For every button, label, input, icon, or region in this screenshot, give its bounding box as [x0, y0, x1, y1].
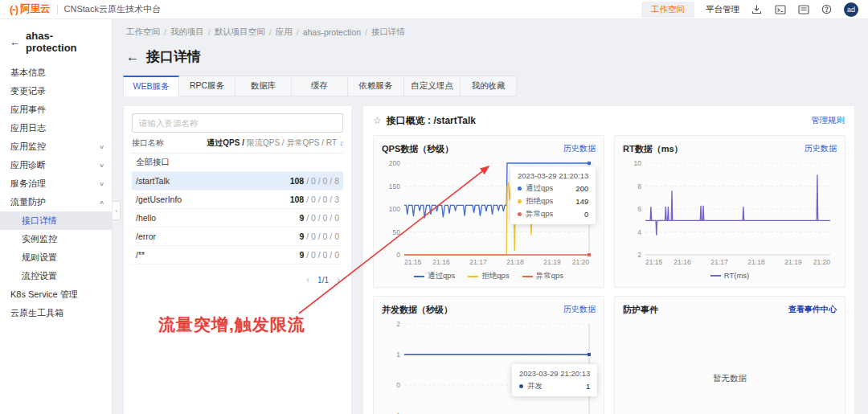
concurrency-chart-tooltip: 2023-03-29 21:20:13 并发1: [512, 364, 597, 396]
resource-list-panel: 接口名称 通过QPS / 限流QPS / 异常QPS / RT ↓↑ 全部接口 …: [123, 105, 352, 414]
sidebar-item-app-logs[interactable]: 应用日志: [0, 119, 112, 137]
avatar[interactable]: ad: [844, 2, 858, 17]
tab-rpc-service[interactable]: RPC服务: [179, 76, 235, 96]
svg-text:21:19: 21:19: [784, 258, 802, 266]
legend-item[interactable]: 通过qps: [414, 271, 455, 281]
svg-text:2: 2: [396, 320, 400, 328]
sidebar-item-service-governance[interactable]: 服务治理∨: [0, 174, 112, 193]
sidebar-item-cloud-toolbox[interactable]: 云原生工具箱: [0, 304, 112, 322]
svg-text:200: 200: [389, 159, 400, 167]
total-pages: 1: [324, 276, 329, 285]
download-icon[interactable]: [751, 4, 763, 15]
tab-web-service[interactable]: WEB服务: [123, 76, 179, 96]
manage-rules-link[interactable]: 管理规则: [811, 115, 845, 126]
breadcrumb-item[interactable]: 默认项目空间: [215, 27, 265, 38]
sort-icon[interactable]: ↓↑: [339, 139, 343, 147]
breadcrumb-item[interactable]: 应用: [276, 27, 293, 38]
concurrency-chart-card: 并发数据（秒级） 历史数据 -101221:1521:1621:1721:182…: [373, 296, 604, 414]
alibaba-cloud-logo-text: 阿里云: [20, 2, 51, 16]
empty-state-text: 暂无数据: [615, 373, 845, 384]
breadcrumb: 工作空间/ 我的项目/ 默认项目空间/ 应用/ ahas-protection/…: [123, 27, 855, 38]
rt-chart-card: RT数据（ms） 历史数据 24681021:1521:1621:1721:18…: [614, 135, 845, 288]
rt-history-link[interactable]: 历史数据: [805, 143, 837, 154]
event-center-link[interactable]: 查看事件中心: [788, 304, 837, 315]
sidebar-item-app-monitor[interactable]: 应用监控∨: [0, 137, 112, 156]
rt-chart-legend: RT(ms): [623, 271, 837, 280]
sidebar-item-traffic-protection[interactable]: 流量防护∧: [0, 193, 112, 211]
list-item[interactable]: /startTalk 108 / 0 / 0 / 8: [132, 172, 343, 191]
tab-database[interactable]: 数据库: [235, 76, 292, 96]
prev-page-icon[interactable]: ‹: [306, 274, 309, 285]
chevron-down-icon: ∨: [99, 181, 104, 187]
platform-manage-button[interactable]: 平台管理: [706, 4, 739, 15]
qps-history-link[interactable]: 历史数据: [563, 143, 596, 154]
page-title: 接口详情: [146, 47, 201, 66]
legend-item[interactable]: 拒绝qps: [468, 271, 509, 281]
svg-text:2: 2: [637, 251, 641, 259]
pagination: ‹ 1/1 ›: [132, 274, 343, 285]
sidebar-item-app-diagnosis[interactable]: 应用诊断∨: [0, 156, 112, 174]
tab-favorites[interactable]: 我的收藏: [461, 76, 517, 96]
tab-dependency[interactable]: 依赖服务: [348, 76, 404, 96]
qps-chart-tooltip: 2023-03-29 21:20:13 通过qps200 拒绝qps149 异常…: [510, 166, 596, 224]
sidebar-item-interface-detail[interactable]: 接口详情: [0, 211, 112, 230]
svg-text:0: 0: [396, 381, 400, 389]
sidebar-item-app-events[interactable]: 应用事件: [0, 100, 112, 119]
qps-chart-card: QPS数据（秒级） 历史数据 05010015020021:1521:1621:…: [373, 135, 604, 288]
list-item[interactable]: /hello 9 / 0 / 0 / 0: [132, 209, 343, 227]
svg-text:100: 100: [389, 205, 400, 213]
svg-text:21:16: 21:16: [674, 258, 691, 266]
events-card-title: 防护事件: [623, 304, 658, 316]
list-item[interactable]: /error 9 / 0 / 0 / 0: [132, 227, 343, 246]
legend-item[interactable]: 异常qps: [522, 271, 563, 281]
qps-chart-title: QPS数据（秒级）: [382, 143, 453, 155]
search-input[interactable]: [132, 113, 343, 133]
back-arrow-icon[interactable]: ←: [126, 50, 139, 64]
chevron-down-icon: ∨: [99, 162, 104, 169]
concurrency-chart-title: 并发数据（秒级）: [382, 304, 452, 316]
back-arrow-icon[interactable]: ←: [10, 36, 20, 48]
svg-text:21:18: 21:18: [747, 258, 765, 266]
chevron-down-icon: ∨: [99, 144, 104, 150]
workspace-button[interactable]: 工作空间: [641, 2, 694, 18]
app-name: ahas-protection: [26, 30, 102, 54]
next-page-icon[interactable]: ›: [337, 274, 340, 285]
breadcrumb-item[interactable]: 工作空间: [126, 27, 160, 38]
help-icon[interactable]: [821, 4, 833, 15]
list-item[interactable]: /getUserInfo 108 / 0 / 0 / 3: [132, 191, 343, 209]
alibaba-cloud-logo-icon: (-): [10, 3, 18, 15]
legend-item[interactable]: RT(ms): [710, 271, 749, 280]
sidebar-item-change-log[interactable]: 变更记录: [0, 82, 112, 100]
breadcrumb-item[interactable]: ahas-protection: [303, 27, 361, 37]
protection-events-card: 防护事件 查看事件中心 暂无数据: [614, 296, 845, 414]
list-item-all-interfaces[interactable]: 全部接口: [132, 154, 343, 172]
svg-text:6: 6: [637, 205, 641, 213]
tab-custom-tracking[interactable]: 自定义埋点: [404, 76, 461, 96]
docs-icon[interactable]: [797, 4, 809, 15]
svg-text:0: 0: [396, 251, 400, 259]
svg-text:21:15: 21:15: [645, 258, 663, 266]
list-item[interactable]: /** 9 / 0 / 0 / 0: [132, 246, 343, 264]
svg-text:150: 150: [389, 182, 400, 191]
sidebar-item-basic-info[interactable]: 基本信息: [0, 64, 112, 82]
svg-text:50: 50: [393, 228, 401, 236]
breadcrumb-item-current: 接口详情: [371, 27, 405, 38]
sidebar-item-k8s-service[interactable]: K8s Service 管理: [0, 285, 112, 304]
svg-text:21:16: 21:16: [432, 258, 450, 266]
sidebar-item-flow-settings[interactable]: 流控设置: [0, 267, 112, 285]
sidebar-item-rule-settings[interactable]: 规则设置: [0, 248, 112, 267]
console-icon[interactable]: [774, 4, 786, 15]
svg-text:10: 10: [634, 159, 642, 167]
sidebar-item-instance-monitor[interactable]: 实例监控: [0, 230, 112, 248]
sidebar-collapse-handle[interactable]: ‹: [113, 201, 121, 220]
svg-text:21:20: 21:20: [813, 258, 831, 266]
breadcrumb-item[interactable]: 我的项目: [170, 27, 204, 38]
divider: [57, 5, 58, 14]
main-content: 工作空间/ 我的项目/ 默认项目空间/ 应用/ ahas-protection/…: [113, 19, 868, 414]
rt-chart: 24681021:1521:1621:1721:1821:1921:20: [623, 157, 837, 268]
concurrency-history-link[interactable]: 历史数据: [563, 304, 596, 315]
tab-cache[interactable]: 缓存: [292, 76, 348, 96]
svg-text:1: 1: [396, 350, 400, 359]
qps-chart-legend: 通过qps 拒绝qps 异常qps: [382, 271, 596, 281]
star-icon[interactable]: ☆: [373, 115, 382, 126]
